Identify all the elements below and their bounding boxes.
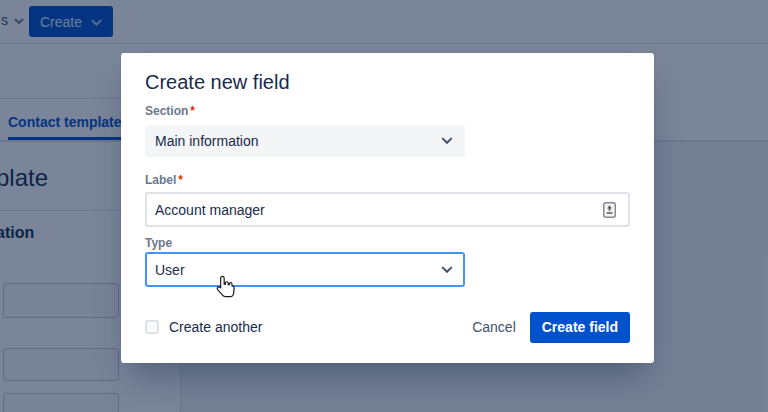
chevron-down-icon <box>441 266 453 274</box>
dialog-title: Create new field <box>145 70 630 94</box>
required-marker: * <box>188 104 195 118</box>
required-marker: * <box>176 173 183 187</box>
browser-autofill-icon[interactable] <box>603 202 616 218</box>
section-select[interactable]: Main information <box>145 125 465 157</box>
create-another-checkbox[interactable] <box>145 320 159 334</box>
create-another-option[interactable]: Create another <box>145 319 262 335</box>
type-field-label: Type <box>145 236 630 250</box>
dialog-footer: Create another Cancel Create field <box>145 311 630 343</box>
label-input[interactable] <box>145 192 630 227</box>
create-another-label: Create another <box>169 319 262 335</box>
type-select-value: User <box>155 262 185 278</box>
type-select[interactable]: User <box>145 252 465 287</box>
footer-actions: Cancel Create field <box>462 311 630 343</box>
cancel-button[interactable]: Cancel <box>462 311 526 343</box>
create-new-field-dialog: Create new field Section* Main informati… <box>121 53 654 363</box>
screen: s Create Contact template plate ation <box>0 0 768 412</box>
label-input-wrap <box>145 192 630 227</box>
section-select-value: Main information <box>155 133 259 149</box>
create-field-button[interactable]: Create field <box>530 312 630 343</box>
section-field-label: Section* <box>145 104 630 118</box>
chevron-down-icon <box>441 137 453 145</box>
label-field-label: Label* <box>145 173 630 187</box>
